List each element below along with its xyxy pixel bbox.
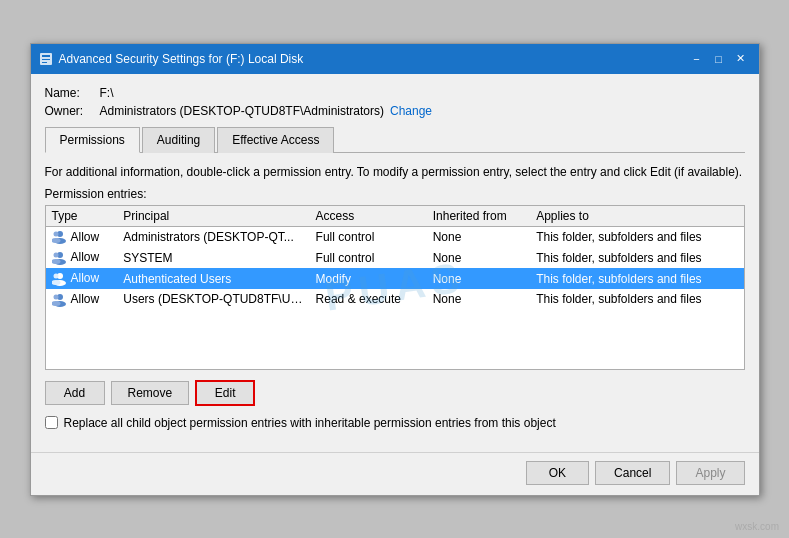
tabs-container: Permissions Auditing Effective Access (45, 126, 745, 153)
svg-rect-2 (42, 59, 50, 60)
cell-applies: This folder, subfolders and files (530, 289, 743, 310)
cell-type: Allow (46, 247, 118, 268)
cell-inherited: None (427, 289, 530, 310)
user-icon (52, 293, 68, 307)
svg-rect-3 (42, 62, 47, 63)
title-bar-controls: − □ ✕ (687, 50, 751, 68)
cell-type: Allow (46, 268, 118, 289)
permission-entries-label: Permission entries: (45, 187, 745, 201)
name-label: Name: (45, 86, 100, 100)
table-row[interactable]: AllowAdministrators (DESKTOP-QT...Full c… (46, 226, 744, 247)
table-header: Type Principal Access Inherited from App… (46, 206, 744, 227)
tab-effective-access[interactable]: Effective Access (217, 127, 334, 153)
table-wrapper: PUAS Type Principal Access Inherited fro… (45, 205, 745, 370)
col-principal: Principal (117, 206, 309, 227)
replace-checkbox-row: Replace all child object permission entr… (45, 416, 745, 430)
replace-checkbox-label: Replace all child object permission entr… (64, 416, 556, 430)
cell-inherited: None (427, 247, 530, 268)
table-row[interactable]: AllowSYSTEMFull controlNoneThis folder, … (46, 247, 744, 268)
cell-access: Read & execute (310, 289, 427, 310)
cell-type: Allow (46, 289, 118, 310)
close-button[interactable]: ✕ (731, 50, 751, 68)
owner-row: Owner: Administrators (DESKTOP-QTUD8TF\A… (45, 104, 745, 118)
cell-access: Full control (310, 247, 427, 268)
cell-inherited: None (427, 268, 530, 289)
col-inherited: Inherited from (427, 206, 530, 227)
user-icon (52, 230, 68, 244)
maximize-button[interactable]: □ (709, 50, 729, 68)
cell-type: Allow (46, 226, 118, 247)
cancel-button[interactable]: Cancel (595, 461, 670, 485)
window-title: Advanced Security Settings for (F:) Loca… (59, 52, 687, 66)
cell-principal: Administrators (DESKTOP-QT... (117, 226, 309, 247)
ok-button[interactable]: OK (526, 461, 589, 485)
cell-access: Full control (310, 226, 427, 247)
user-icon (52, 251, 68, 265)
site-credit: wxsk.com (735, 521, 779, 532)
svg-point-10 (53, 253, 58, 258)
svg-point-14 (53, 273, 58, 278)
minimize-button[interactable]: − (687, 50, 707, 68)
cell-access: Modify (310, 268, 427, 289)
window-icon (39, 52, 53, 66)
cell-applies: This folder, subfolders and files (530, 226, 743, 247)
cell-principal: Users (DESKTOP-QTUD8TF\Us... (117, 289, 309, 310)
cell-inherited: None (427, 226, 530, 247)
dialog-footer: OK Cancel Apply (31, 452, 759, 495)
col-applies: Applies to (530, 206, 743, 227)
cell-applies: This folder, subfolders and files (530, 268, 743, 289)
user-icon (52, 272, 68, 286)
cell-principal: Authenticated Users (117, 268, 309, 289)
table-row[interactable]: AllowUsers (DESKTOP-QTUD8TF\Us...Read & … (46, 289, 744, 310)
window-content: Name: F:\ Owner: Administrators (DESKTOP… (31, 74, 759, 442)
add-button[interactable]: Add (45, 381, 105, 405)
tab-auditing[interactable]: Auditing (142, 127, 215, 153)
permission-rows: AllowAdministrators (DESKTOP-QT...Full c… (46, 226, 744, 310)
permission-table-container: Type Principal Access Inherited from App… (45, 205, 745, 370)
table-row[interactable]: AllowAuthenticated UsersModifyNoneThis f… (46, 268, 744, 289)
tab-permissions[interactable]: Permissions (45, 127, 140, 153)
svg-point-18 (53, 294, 58, 299)
remove-button[interactable]: Remove (111, 381, 190, 405)
permission-table: Type Principal Access Inherited from App… (46, 206, 744, 310)
name-value: F:\ (100, 86, 114, 100)
cell-principal: SYSTEM (117, 247, 309, 268)
svg-rect-1 (42, 55, 50, 57)
title-bar: Advanced Security Settings for (F:) Loca… (31, 44, 759, 74)
description-text: For additional information, double-click… (45, 163, 745, 181)
col-type: Type (46, 206, 118, 227)
cell-applies: This folder, subfolders and files (530, 247, 743, 268)
main-window: Advanced Security Settings for (F:) Loca… (30, 43, 760, 496)
change-link[interactable]: Change (390, 104, 432, 118)
col-access: Access (310, 206, 427, 227)
owner-value: Administrators (DESKTOP-QTUD8TF\Administ… (100, 104, 385, 118)
apply-button[interactable]: Apply (676, 461, 744, 485)
replace-checkbox[interactable] (45, 416, 58, 429)
edit-button[interactable]: Edit (195, 380, 255, 406)
name-row: Name: F:\ (45, 86, 745, 100)
owner-label: Owner: (45, 104, 100, 118)
action-buttons: Add Remove Edit (45, 380, 745, 406)
svg-point-6 (53, 232, 58, 237)
